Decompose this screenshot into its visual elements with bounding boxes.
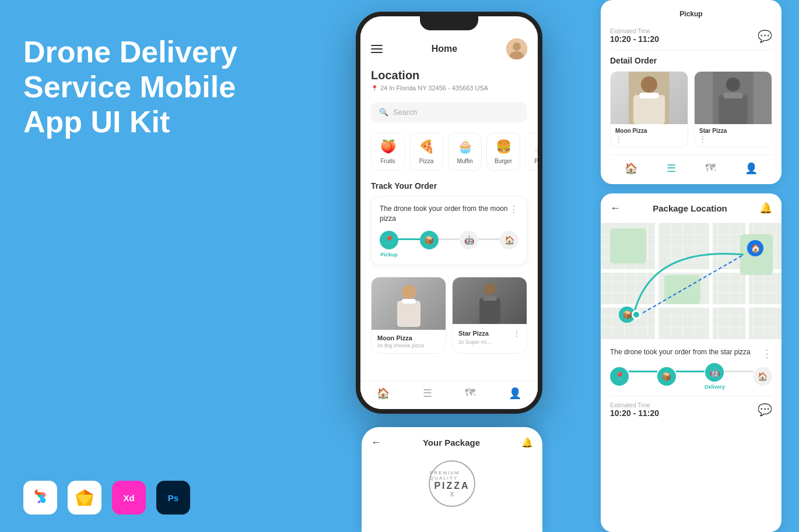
svg-rect-20 <box>723 93 743 98</box>
detail-star-menu[interactable]: ⋮ <box>695 135 772 147</box>
map-pin-home: 🏠 <box>747 240 763 256</box>
chat-icon[interactable]: 💬 <box>758 29 772 43</box>
pasta-label: Pasta <box>534 158 538 164</box>
step-drone-circle: 📦 <box>420 231 439 249</box>
svg-point-14 <box>641 76 657 93</box>
search-icon: 🔍 <box>379 108 388 117</box>
restaurant-card-star[interactable]: Star Pizza ⋮ 2x Super mi... <box>452 277 527 354</box>
nav-profile[interactable]: 👤 <box>509 387 521 400</box>
detail-nav-home[interactable]: 🏠 <box>625 162 637 175</box>
location-title: Location <box>371 69 527 82</box>
hamburger-menu-icon[interactable] <box>371 45 383 53</box>
track-card-menu[interactable]: ⋮ <box>509 204 518 215</box>
muffin-icon: 🧁 <box>457 139 473 154</box>
svg-rect-9 <box>402 299 416 304</box>
map-step-drone: 📦 <box>657 367 676 386</box>
pizza-logo-name: PIZZA <box>434 481 469 491</box>
detail-star-image <box>695 72 772 124</box>
map-order-menu[interactable]: ⋮ <box>762 347 772 360</box>
estimated-time-label: Estimated Time <box>610 28 659 34</box>
map-track-line-2 <box>676 371 705 372</box>
detail-moon-image <box>611 72 688 124</box>
track-line-1 <box>398 238 420 240</box>
track-section: Track Your Order The drone took your ord… <box>360 177 538 270</box>
detail-card-nav: 🏠 ☰ 🗺 👤 <box>610 154 772 175</box>
package-back-button[interactable]: ← <box>371 436 381 449</box>
category-burger[interactable]: 🍔 Burger <box>486 133 520 171</box>
user-avatar[interactable] <box>506 38 527 59</box>
map-track-line-1 <box>629 371 657 372</box>
burger-label: Burger <box>495 158 512 164</box>
moon-pizza-image <box>372 277 446 330</box>
category-muffin[interactable]: 🧁 Muffin <box>448 133 482 171</box>
nav-map[interactable]: 🗺 <box>465 387 475 400</box>
map-bell-icon[interactable]: 🔔 <box>759 202 772 214</box>
search-placeholder: Search <box>393 108 417 117</box>
map-title: Package Location <box>653 203 727 213</box>
detail-nav-map[interactable]: 🗺 <box>705 162 716 175</box>
hero-title: Drone Delivery Service Mobile App UI Kit <box>23 35 257 139</box>
step-home: 🏠 <box>500 231 518 258</box>
map-card: ← Package Location 🔔 <box>601 193 782 532</box>
pizza-logo-x: X <box>450 491 454 498</box>
star-pizza-sub: 2x Super mi... <box>458 339 521 345</box>
location-pin-icon: 📍 <box>371 85 378 91</box>
bottom-phone-frame: ← Your Package 🔔 PREMIUM QUALITY PIZZA X <box>362 427 542 532</box>
ps-icon: Ps <box>156 481 190 515</box>
svg-point-7 <box>402 285 416 299</box>
time-section: Estimated Time 10:20 - 11:20 💬 <box>610 22 772 50</box>
track-card-header: The drone took your order from the moon … <box>380 204 518 224</box>
svg-rect-16 <box>639 93 659 98</box>
nav-menu[interactable]: ☰ <box>423 387 432 400</box>
nav-home[interactable]: 🏠 <box>377 387 390 400</box>
search-bar[interactable]: 🔍 Search <box>371 102 527 122</box>
step-pickup: 📍 Pickup <box>380 231 398 258</box>
location-section: Location 📍 24 In Florida NY 32456 - 4356… <box>360 64 538 97</box>
bottom-phone-content: ← Your Package 🔔 PREMIUM QUALITY PIZZA X <box>362 427 542 516</box>
svg-rect-19 <box>719 95 748 124</box>
pizza-icon: 🍕 <box>419 139 434 154</box>
restaurant-grid: Moon Pizza 2x Big cheese pizza <box>360 270 538 361</box>
map-back-button[interactable]: ← <box>610 202 621 214</box>
map-area: 📦 🏠 <box>601 223 782 339</box>
tool-icons: Xd Ps <box>23 481 190 515</box>
step-robot: 🤖 <box>460 231 478 258</box>
map-chat-icon[interactable]: 💬 <box>758 403 772 417</box>
restaurant-card-moon[interactable]: Moon Pizza 2x Big cheese pizza <box>371 277 446 354</box>
bottom-phone-header: ← Your Package 🔔 <box>371 436 533 449</box>
your-package-title: Your Package <box>423 438 480 448</box>
map-header: ← Package Location 🔔 <box>601 193 782 223</box>
phone-frame: Home Location 📍 24 In Florida NY 32456 -… <box>356 12 542 414</box>
map-track-progress: 📍 📦 🤖 Delivery 🏠 <box>610 363 772 390</box>
package-bell-icon[interactable]: 🔔 <box>521 437 533 448</box>
category-pasta[interactable]: 🍝 Pasta <box>525 133 538 171</box>
map-delivery-label: Delivery <box>705 384 725 390</box>
track-progress-bar: 📍 Pickup 📦 🤖 <box>380 231 518 258</box>
track-section-title: Track Your Order <box>371 181 527 191</box>
phone-bottom-nav: 🏠 ☰ 🗺 👤 <box>360 380 538 409</box>
category-fruits[interactable]: 🍑 Fruits <box>371 133 405 171</box>
step-home-circle: 🏠 <box>500 231 518 249</box>
fruits-icon: 🍑 <box>380 139 396 154</box>
moon-pizza-sub: 2x Big cheese pizza <box>377 343 440 348</box>
pizza-logo: PREMIUM QUALITY PIZZA X <box>429 460 475 507</box>
svg-point-10 <box>484 283 496 295</box>
star-pizza-menu[interactable]: ⋮ <box>513 329 521 338</box>
map-time-value: 10:20 - 11:20 <box>610 408 659 418</box>
pizza-label: Pizza <box>419 158 433 164</box>
map-step-robot-circle: 🤖 <box>705 363 724 382</box>
map-step-home-circle: 🏠 <box>754 367 772 386</box>
category-pizza[interactable]: 🍕 Pizza <box>409 133 443 171</box>
bottom-phone: ← Your Package 🔔 PREMIUM QUALITY PIZZA X <box>362 427 542 532</box>
detail-nav-menu[interactable]: ☰ <box>667 162 676 175</box>
fruits-label: Fruits <box>381 158 395 164</box>
star-pizza-info: Star Pizza ⋮ 2x Super mi... <box>453 324 527 350</box>
muffin-label: Muffin <box>457 158 472 164</box>
detail-moon-menu[interactable]: ⋮ <box>611 135 688 147</box>
estimated-time-value: 10:20 - 11:20 <box>610 34 659 44</box>
map-step-robot: 🤖 Delivery <box>705 363 725 390</box>
sketch-icon <box>68 481 101 515</box>
step-drone: 📦 <box>420 231 439 258</box>
map-order-text: The drone took your order from the star … <box>610 347 751 357</box>
detail-nav-profile[interactable]: 👤 <box>745 162 758 175</box>
